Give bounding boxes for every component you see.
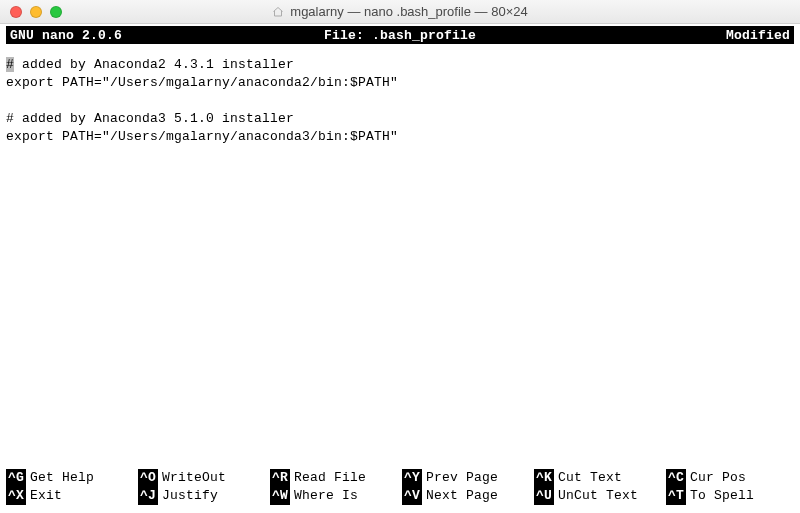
terminal-window: mgalarny — nano .bash_profile — 80×24 GN… bbox=[0, 0, 800, 513]
help-command: ^UUnCut Text bbox=[534, 487, 662, 505]
help-key: ^K bbox=[534, 469, 554, 487]
help-label: Read File bbox=[294, 469, 366, 487]
help-command: ^VNext Page bbox=[402, 487, 530, 505]
help-command: ^CCur Pos bbox=[666, 469, 794, 487]
cursor: # bbox=[6, 57, 14, 72]
help-label: To Spell bbox=[690, 487, 754, 505]
help-command: ^JJustify bbox=[138, 487, 266, 505]
editor-line[interactable]: # added by Anaconda2 4.3.1 installer bbox=[6, 56, 794, 74]
help-label: Cur Pos bbox=[690, 469, 746, 487]
help-label: UnCut Text bbox=[558, 487, 638, 505]
minimize-button[interactable] bbox=[30, 6, 42, 18]
close-button[interactable] bbox=[10, 6, 22, 18]
help-label: Justify bbox=[162, 487, 218, 505]
help-key: ^U bbox=[534, 487, 554, 505]
help-key: ^X bbox=[6, 487, 26, 505]
help-label: Get Help bbox=[30, 469, 94, 487]
traffic-lights bbox=[10, 6, 62, 18]
help-key: ^R bbox=[270, 469, 290, 487]
help-label: Prev Page bbox=[426, 469, 498, 487]
editor-line[interactable]: # added by Anaconda3 5.1.0 installer bbox=[6, 110, 794, 128]
help-label: Where Is bbox=[294, 487, 358, 505]
help-command: ^GGet Help bbox=[6, 469, 134, 487]
help-key: ^G bbox=[6, 469, 26, 487]
nano-app-name: GNU nano 2.0.6 bbox=[10, 28, 122, 43]
macos-titlebar: mgalarny — nano .bash_profile — 80×24 bbox=[0, 0, 800, 24]
help-label: WriteOut bbox=[162, 469, 226, 487]
zoom-button[interactable] bbox=[50, 6, 62, 18]
editor-area[interactable]: # added by Anaconda2 4.3.1 installerexpo… bbox=[6, 44, 794, 469]
help-key: ^Y bbox=[402, 469, 422, 487]
help-command: ^OWriteOut bbox=[138, 469, 266, 487]
window-title-wrap: mgalarny — nano .bash_profile — 80×24 bbox=[0, 4, 800, 19]
help-label: Cut Text bbox=[558, 469, 622, 487]
help-command: ^WWhere Is bbox=[270, 487, 398, 505]
help-command: ^KCut Text bbox=[534, 469, 662, 487]
help-key: ^T bbox=[666, 487, 686, 505]
editor-line[interactable]: export PATH="/Users/mgalarny/anaconda2/b… bbox=[6, 74, 794, 92]
help-label: Next Page bbox=[426, 487, 498, 505]
nano-statusbar: GNU nano 2.0.6 File: .bash_profile Modif… bbox=[6, 26, 794, 44]
help-command: ^RRead File bbox=[270, 469, 398, 487]
nano-help-bar: ^GGet Help^OWriteOut^RRead File^YPrev Pa… bbox=[6, 469, 794, 507]
help-command: ^XExit bbox=[6, 487, 134, 505]
help-command: ^YPrev Page bbox=[402, 469, 530, 487]
terminal-body[interactable]: GNU nano 2.0.6 File: .bash_profile Modif… bbox=[0, 24, 800, 513]
help-key: ^O bbox=[138, 469, 158, 487]
help-command: ^TTo Spell bbox=[666, 487, 794, 505]
editor-line[interactable] bbox=[6, 92, 794, 110]
nano-modified: Modified bbox=[726, 28, 790, 43]
window-title: mgalarny — nano .bash_profile — 80×24 bbox=[290, 4, 527, 19]
help-key: ^C bbox=[666, 469, 686, 487]
nano-statusbar-wrap: GNU nano 2.0.6 File: .bash_profile Modif… bbox=[6, 26, 794, 44]
help-key: ^W bbox=[270, 487, 290, 505]
help-label: Exit bbox=[30, 487, 62, 505]
nano-file-label: File: .bash_profile bbox=[324, 28, 476, 43]
help-key: ^V bbox=[402, 487, 422, 505]
editor-line[interactable]: export PATH="/Users/mgalarny/anaconda3/b… bbox=[6, 128, 794, 146]
home-icon bbox=[272, 6, 284, 18]
help-key: ^J bbox=[138, 487, 158, 505]
